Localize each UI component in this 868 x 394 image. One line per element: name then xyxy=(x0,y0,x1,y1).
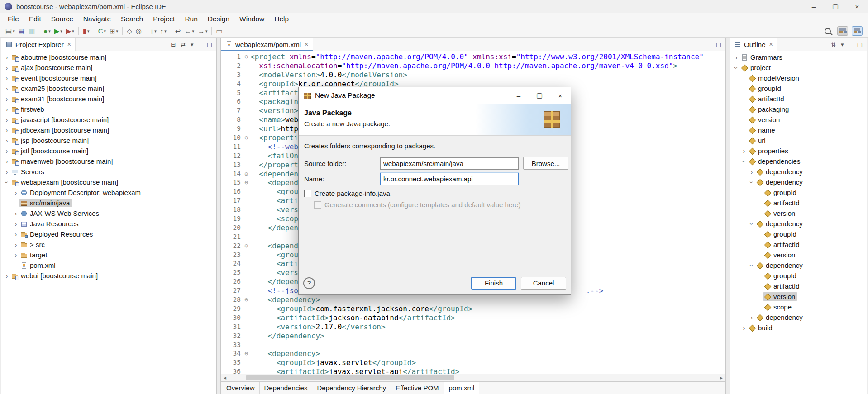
view-menu-icon[interactable]: ▾ xyxy=(841,41,844,48)
tree-item[interactable]: artifactId xyxy=(730,198,867,208)
tree-item[interactable]: groupId xyxy=(730,83,867,94)
collapse-arrow-icon[interactable]: › xyxy=(748,220,755,228)
tree-item[interactable]: name xyxy=(730,125,867,135)
finish-button[interactable]: Finish xyxy=(471,277,516,290)
tree-item[interactable]: ›webui [boostcourse main] xyxy=(1,271,216,281)
fold-collapse-icon[interactable]: ⊖ xyxy=(243,349,250,358)
tree-item[interactable]: artifactId xyxy=(730,94,867,104)
tree-item[interactable]: ›javascript [boostcourse main] xyxy=(1,114,216,125)
sort-icon[interactable]: ⇅ xyxy=(831,41,836,48)
tree-item[interactable]: ›jsp [boostcourse main] xyxy=(1,135,216,146)
browse-button[interactable]: Browse... xyxy=(523,157,568,170)
expand-arrow-icon[interactable]: › xyxy=(12,220,19,228)
tree-item[interactable]: packaging xyxy=(730,104,867,114)
tree-item[interactable]: groupId xyxy=(730,229,867,239)
expand-arrow-icon[interactable]: › xyxy=(12,210,19,217)
tree-item[interactable]: ›target xyxy=(1,250,216,260)
fold-collapse-icon[interactable]: ⊖ xyxy=(243,133,250,142)
close-tab-icon[interactable]: × xyxy=(769,41,773,48)
menu-source[interactable]: Source xyxy=(46,14,78,24)
tree-item[interactable]: ›Deployed Resources xyxy=(1,229,216,239)
tree-item[interactable]: ›build xyxy=(730,323,867,333)
view-menu-icon[interactable]: ▾ xyxy=(191,41,194,48)
package-name-input[interactable] xyxy=(380,173,519,185)
open-perspective-icon[interactable] xyxy=(837,26,848,36)
fold-collapse-icon[interactable]: ⊖ xyxy=(243,178,250,187)
scroll-left-icon[interactable]: ◂ xyxy=(221,374,229,381)
dropdown-arrow-icon[interactable]: ▾ xyxy=(72,29,74,33)
dropdown-arrow-icon[interactable]: ▾ xyxy=(192,29,194,33)
tree-item[interactable]: version xyxy=(730,114,867,125)
expand-arrow-icon[interactable]: › xyxy=(3,127,10,134)
cancel-button[interactable]: Cancel xyxy=(521,277,566,290)
tree-item[interactable]: groupId xyxy=(730,271,867,281)
tree-item[interactable]: ›dependency xyxy=(730,260,867,271)
dropdown-arrow-icon[interactable]: ▾ xyxy=(87,29,90,33)
collapse-arrow-icon[interactable]: › xyxy=(748,179,755,186)
tree-item[interactable]: ›Grammars xyxy=(730,52,867,62)
debug-button[interactable]: ●▾ xyxy=(42,27,52,35)
tree-item[interactable]: ›project xyxy=(730,62,867,73)
tree-item[interactable]: ›dependencies xyxy=(730,156,867,166)
tree-item[interactable]: ›event [boostcourse main] xyxy=(1,73,216,83)
collapse-all-icon[interactable]: ⊟ xyxy=(171,41,176,48)
tree-item[interactable]: ›firstweb xyxy=(1,104,216,114)
tree-item[interactable]: ›dependency xyxy=(730,218,867,229)
tab-outline[interactable]: Outline × xyxy=(730,38,777,51)
maximize-editor-icon[interactable]: ▢ xyxy=(716,41,721,48)
expand-arrow-icon[interactable]: › xyxy=(748,314,755,321)
tree-item[interactable]: modelVersion xyxy=(730,73,867,83)
last-edit-location-button[interactable]: ↩ xyxy=(174,27,182,35)
tree-item[interactable]: ›JAX-WS Web Services xyxy=(1,208,216,218)
fold-collapse-icon[interactable]: ⊖ xyxy=(243,170,250,179)
collapse-arrow-icon[interactable]: › xyxy=(740,158,748,165)
scrollbar-thumb[interactable] xyxy=(246,375,454,380)
dropdown-arrow-icon[interactable]: ▾ xyxy=(164,29,167,33)
expand-arrow-icon[interactable]: › xyxy=(3,116,10,123)
fold-collapse-icon[interactable]: ⊖ xyxy=(243,52,250,62)
menu-project[interactable]: Project xyxy=(148,14,180,24)
expand-arrow-icon[interactable]: › xyxy=(12,231,19,238)
tree-item[interactable]: artifactId xyxy=(730,239,867,250)
expand-arrow-icon[interactable]: › xyxy=(733,54,740,61)
expand-arrow-icon[interactable]: › xyxy=(3,147,10,155)
page-tab-dependencies[interactable]: Dependencies xyxy=(260,382,313,394)
expand-arrow-icon[interactable]: › xyxy=(3,272,10,280)
maximize-button[interactable]: ▢ xyxy=(825,0,846,13)
menu-navigate[interactable]: Navigate xyxy=(78,14,116,24)
menu-run[interactable]: Run xyxy=(180,14,202,24)
expand-arrow-icon[interactable]: › xyxy=(12,189,19,196)
new-java-package-button[interactable]: ⊞▾ xyxy=(108,27,119,35)
dropdown-arrow-icon[interactable]: ▾ xyxy=(48,29,51,33)
tree-item[interactable]: ›jdbcexam [boostcourse main] xyxy=(1,125,216,135)
tree-item[interactable]: ›exam25 [boostcourse main] xyxy=(1,83,216,94)
expand-arrow-icon[interactable]: › xyxy=(748,168,755,176)
source-folder-input[interactable] xyxy=(380,157,519,170)
expand-arrow-icon[interactable]: › xyxy=(3,168,10,176)
maximize-view-icon[interactable]: ▢ xyxy=(207,41,212,48)
dropdown-arrow-icon[interactable]: ▾ xyxy=(205,29,208,33)
horizontal-scrollbar[interactable]: ◂ ▸ xyxy=(221,374,725,381)
tree-item[interactable]: version xyxy=(730,208,867,218)
tree-item[interactable]: ›> src xyxy=(1,239,216,250)
tree-item[interactable]: ›mavenweb [boostcourse main] xyxy=(1,156,216,166)
previous-annotation-button[interactable]: ↑▾ xyxy=(159,27,168,35)
new-java-class-button[interactable]: C▾ xyxy=(97,27,107,35)
new-wizard-button[interactable]: ▤▾ xyxy=(4,27,16,35)
close-button[interactable]: × xyxy=(846,0,868,13)
tree-item[interactable]: ›dependency xyxy=(730,312,867,323)
expand-arrow-icon[interactable]: › xyxy=(3,75,10,82)
expand-arrow-icon[interactable]: › xyxy=(3,64,10,71)
menu-search[interactable]: Search xyxy=(116,14,148,24)
minimize-editor-icon[interactable]: – xyxy=(707,41,711,48)
tree-item[interactable]: ›properties xyxy=(730,146,867,156)
open-type-button[interactable]: ◇ xyxy=(125,27,134,35)
back-button[interactable]: ←▾ xyxy=(183,27,196,35)
dialog-maximize-button[interactable]: ▢ xyxy=(529,87,550,104)
tree-item[interactable]: version xyxy=(730,291,867,302)
page-tab-pom-xml[interactable]: pom.xml xyxy=(444,382,480,394)
expand-arrow-icon[interactable]: › xyxy=(740,324,748,332)
tree-item[interactable]: scope xyxy=(730,302,867,312)
tree-item[interactable]: ›aboutme [boostcourse main] xyxy=(1,52,216,62)
expand-arrow-icon[interactable]: › xyxy=(12,241,19,248)
